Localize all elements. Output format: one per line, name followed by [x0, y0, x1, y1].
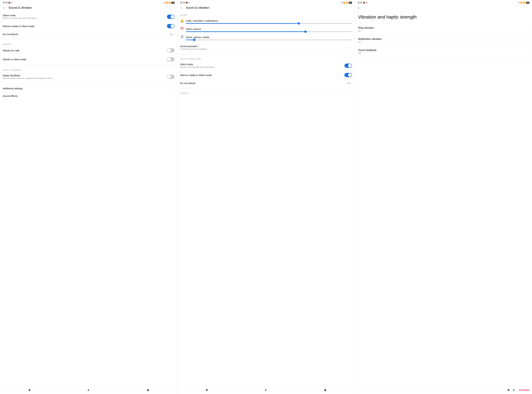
status-bar-2: 22:18 🔕 ↻ ✳ 📶 🛜 79 — [177, 0, 355, 5]
alarm-slider-track[interactable] — [186, 31, 352, 32]
silent-mode-row[interactable]: Silent mode Silence incoming calls and n… — [0, 12, 177, 22]
content-3: Vibration and haptic strength Ring vibra… — [355, 12, 532, 386]
dnd-row[interactable]: Do not disturb On › — [0, 31, 177, 38]
media-slider-bg — [186, 40, 352, 40]
silence-media2-toggle[interactable] — [345, 73, 352, 77]
time-2: 22:18 — [180, 1, 185, 4]
notification-vib-row[interactable]: Notification vibration On › — [355, 35, 532, 46]
haptic-toggle[interactable] — [167, 75, 175, 79]
dnd2-value: On — [347, 82, 350, 84]
wifi-icon-2: 🛜 — [346, 2, 348, 4]
additional-settings-title: Additional settings — [3, 87, 174, 90]
dnd-chevron: › — [174, 33, 175, 36]
nav-bar-3: ■ ● Pocketlint — [355, 386, 532, 394]
alarm-volume-row: ⏰ Alarm volume — [177, 25, 355, 31]
toolbar-3: ← — [355, 5, 532, 12]
time-1: 22:19 — [3, 1, 8, 4]
media-slider-track[interactable] — [186, 40, 352, 40]
touch-fb-chevron: › — [528, 50, 529, 53]
touch-fb-title: Touch feedback — [358, 49, 377, 52]
status-left-1: 22:19 🔕 ↻ — [3, 1, 13, 4]
silence-media-toggle[interactable] — [167, 24, 175, 28]
nav-back-1[interactable]: ◀ — [146, 388, 149, 392]
sound-effects-title: Sound effects — [3, 94, 174, 97]
ring-vib-title: Ring vibration — [358, 26, 374, 29]
status-right-3: ✳ 📶 🛜 79 — [518, 2, 529, 4]
calls-volume-label: Calls, reminders, notifications — [186, 19, 218, 22]
dnd2-title: Do not disturb — [180, 82, 347, 84]
sync-icon-1: ↻ — [11, 2, 13, 4]
alarm-volume-label: Alarm volume — [186, 28, 201, 30]
sound-assistant-chevron: › — [351, 46, 352, 49]
calls-slider-track[interactable] — [186, 23, 352, 24]
vibrate-calls-row[interactable]: Vibrate for calls — [0, 46, 177, 55]
nav-home-2[interactable]: ● — [265, 388, 266, 392]
haptic-row[interactable]: Haptic feedback Receive tactile response… — [0, 72, 177, 82]
nav-home-1[interactable]: ● — [87, 388, 89, 392]
vibrate-silent-row[interactable]: Vibrate in silent mode — [0, 55, 177, 64]
dnd-value: On — [170, 33, 173, 36]
nav-bar-1: ■ ● ◀ — [0, 386, 177, 394]
additional-settings-chevron: › — [174, 87, 175, 90]
content-2: SOUND 🔔 Calls, reminders, notifications … — [177, 12, 355, 386]
signal-icon-3: 📶 — [520, 2, 523, 4]
status-left-2: 22:18 🔕 ↻ — [180, 1, 190, 4]
status-right-2: ✳ 📶 🛜 79 — [341, 2, 352, 4]
nav-stop-1[interactable]: ■ — [29, 388, 30, 392]
vibrate-label: VIBRATE — [0, 41, 177, 46]
alarm-slider-thumb[interactable] — [304, 31, 307, 33]
nav-stop-3[interactable]: ■ — [508, 388, 510, 392]
back-button-3[interactable]: ← — [357, 6, 361, 10]
notif-vib-title: Notification vibration — [358, 38, 382, 41]
brand-logo: Pocketlint — [519, 389, 529, 391]
back-button-1[interactable]: ← — [3, 6, 6, 10]
touch-fb-sub: Off — [358, 52, 377, 55]
silent-mode2-title: Silent mode — [180, 63, 344, 66]
signal-icon-2: 📶 — [343, 2, 345, 4]
alarm-volume-icon: ⏰ — [180, 27, 184, 31]
nav-stop-2[interactable]: ■ — [206, 388, 208, 392]
battery-3: 79 — [526, 2, 529, 4]
media-volume-label: Music, games, media — [186, 36, 209, 39]
touch-feedback-row[interactable]: Touch feedback Off › — [355, 46, 532, 57]
silence-media-row[interactable]: Silence media in Silent mode — [0, 22, 177, 31]
nav-bar-2: ■ ● ◀ — [177, 386, 355, 394]
sound-assistant-title: Sound assistant — [180, 45, 207, 48]
silent-mode-toggle[interactable] — [167, 15, 175, 19]
sound-assistant-subtitle: Customise your sound settings — [180, 48, 207, 50]
calls-volume-row: 🔔 Calls, reminders, notifications — [177, 17, 355, 23]
sound-assistant-row[interactable]: Sound assistant Customise your sound set… — [177, 42, 355, 52]
vibrate-silent-title: Vibrate in silent mode — [3, 58, 167, 61]
ring-vib-chevron: › — [528, 28, 529, 31]
calls-volume-icon: 🔔 — [180, 19, 184, 22]
sync-icon-2: ↻ — [188, 2, 190, 4]
media-volume-row: 🎵 Music, games, media — [177, 33, 355, 40]
additional-settings-row[interactable]: Additional settings › — [0, 84, 177, 92]
signal-icon-1: 📶 — [165, 2, 168, 4]
vibrate-silent-toggle[interactable] — [167, 57, 175, 61]
ring-vibration-row[interactable]: Ring vibration On › — [355, 24, 532, 35]
media-slider-thumb[interactable] — [193, 39, 195, 41]
sound-effects-row[interactable]: Sound effects › — [0, 92, 177, 100]
haptic-label: HAPTIC FEEDBACK — [0, 67, 177, 72]
ring-vib-sub: On — [358, 30, 374, 32]
nav-home-3[interactable]: ● — [513, 388, 515, 392]
silent-mode2-toggle[interactable] — [345, 63, 352, 68]
silence-media2-row[interactable]: Silence media in Silent mode — [177, 71, 355, 79]
bt-icon-2: ✳ — [341, 2, 342, 4]
panel-1: 22:19 🔕 ↻ ✳ 📶 🛜 79 ← Sound & vibration S… — [0, 0, 177, 394]
battery-2: 79 — [349, 2, 352, 4]
silent-mode2-row[interactable]: Silent mode Silence incoming calls and n… — [177, 61, 355, 71]
dnd2-row[interactable]: Do not disturb On › — [177, 79, 355, 87]
nav-back-2[interactable]: ◀ — [324, 388, 326, 392]
back-button-2[interactable]: ← — [180, 6, 183, 10]
status-right-1: ✳ 📶 🛜 79 — [163, 2, 175, 4]
toolbar-2: ← Sound & vibration — [177, 5, 355, 12]
toolbar-1: ← Sound & vibration — [0, 5, 177, 12]
silent-mode-subtitle: Silence incoming calls and notifications — [3, 17, 167, 19]
battery-1: 79 — [171, 2, 175, 4]
vibrate-calls-toggle[interactable] — [167, 48, 175, 52]
calls-slider-thumb[interactable] — [298, 22, 300, 25]
silence-media2-title: Silence media in Silent mode — [180, 74, 344, 77]
vibrate2-label: VIBRATE — [177, 90, 355, 95]
